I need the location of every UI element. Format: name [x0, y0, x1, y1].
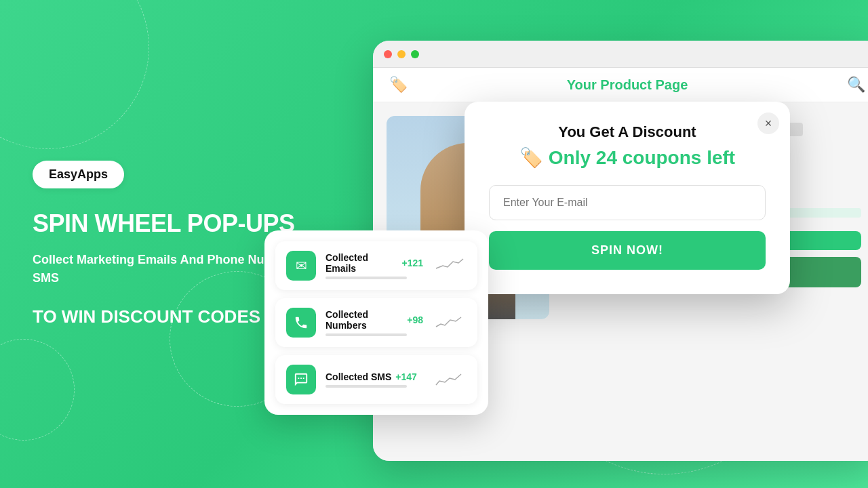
product-page-title: Your Product Page [567, 77, 688, 93]
stat-card-sms: Collected SMS +147 [275, 355, 477, 404]
browser-dot-green [411, 50, 419, 58]
email-sparkline [433, 253, 467, 278]
numbers-stat-label: Collected Numbers +98 [326, 309, 423, 331]
stats-overlay: ✉ Collected Emails +121 Collected Number… [264, 230, 488, 415]
sms-stat-label: Collected SMS +147 [326, 371, 423, 382]
numbers-stat-info: Collected Numbers +98 [326, 309, 423, 336]
browser-dot-yellow [397, 50, 406, 58]
close-icon: × [765, 117, 772, 131]
sms-stat-info: Collected SMS +147 [326, 371, 423, 388]
sms-stat-bar [326, 385, 407, 388]
numbers-stat-bar [326, 333, 407, 336]
stat-card-numbers: Collected Numbers +98 [275, 298, 477, 347]
popup-subtitle-text: Only 24 coupons left [549, 147, 735, 169]
browser-dot-red [384, 50, 392, 58]
sms-stat-text: Collected SMS [326, 371, 391, 382]
email-input[interactable] [489, 185, 766, 220]
spin-now-button[interactable]: SPIN NOW! [489, 231, 766, 270]
brand-name: EasyApps [49, 167, 108, 182]
email-stat-text: Collected Emails [326, 252, 397, 274]
email-stat-label: Collected Emails +121 [326, 252, 423, 274]
numbers-stat-count: +98 [407, 314, 423, 325]
popup-title: You Get A Discount [489, 123, 766, 141]
stat-card-emails: ✉ Collected Emails +121 [275, 241, 477, 290]
popup-subtitle: 🏷️ Only 24 coupons left [489, 146, 766, 169]
product-page-header: 🏷️ Your Product Page 🔍 [373, 68, 868, 102]
numbers-stat-text: Collected Numbers [326, 309, 403, 331]
discount-popup: × You Get A Discount 🏷️ Only 24 coupons … [465, 102, 790, 294]
email-stat-icon: ✉ [286, 251, 316, 281]
close-button[interactable]: × [757, 113, 779, 134]
tag-icon: 🏷️ [519, 146, 543, 169]
email-stat-info: Collected Emails +121 [326, 252, 423, 279]
email-stat-count: +121 [401, 258, 423, 268]
numbers-sparkline [433, 310, 467, 335]
sms-stat-icon [286, 365, 316, 394]
phone-stat-icon [286, 308, 316, 338]
sms-stat-count: +147 [395, 371, 417, 382]
email-stat-bar [326, 277, 407, 279]
sms-sparkline [433, 367, 467, 392]
brand-logo: EasyApps [33, 161, 124, 188]
browser-bar [373, 41, 868, 68]
search-icon: 🔍 [847, 76, 865, 94]
